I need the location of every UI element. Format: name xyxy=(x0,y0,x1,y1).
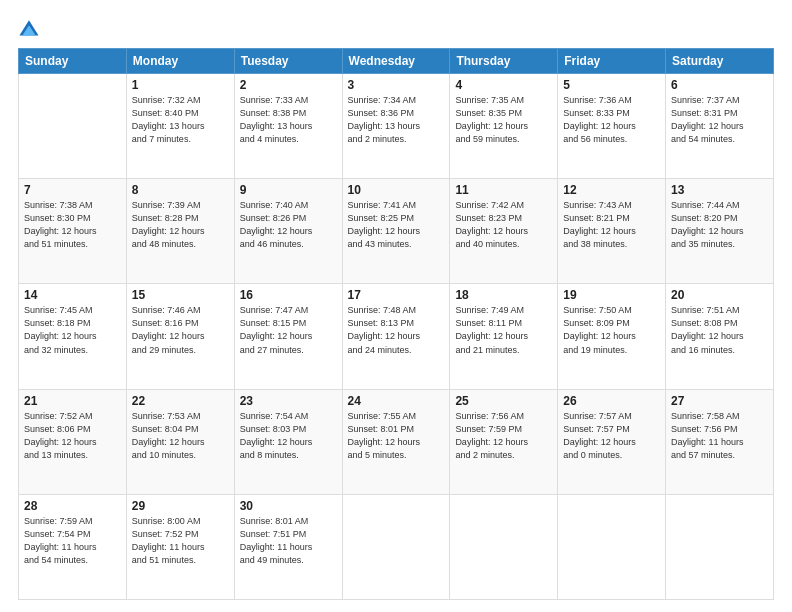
day-info: Sunrise: 7:42 AM Sunset: 8:23 PM Dayligh… xyxy=(455,199,552,251)
day-number: 13 xyxy=(671,183,768,197)
calendar-week-4: 28Sunrise: 7:59 AM Sunset: 7:54 PM Dayli… xyxy=(19,494,774,599)
day-info: Sunrise: 7:56 AM Sunset: 7:59 PM Dayligh… xyxy=(455,410,552,462)
day-number: 27 xyxy=(671,394,768,408)
day-number: 20 xyxy=(671,288,768,302)
logo-icon xyxy=(18,18,40,40)
day-number: 2 xyxy=(240,78,337,92)
day-number: 16 xyxy=(240,288,337,302)
day-number: 21 xyxy=(24,394,121,408)
calendar-cell: 2Sunrise: 7:33 AM Sunset: 8:38 PM Daylig… xyxy=(234,74,342,179)
day-number: 17 xyxy=(348,288,445,302)
calendar-cell xyxy=(666,494,774,599)
day-info: Sunrise: 7:58 AM Sunset: 7:56 PM Dayligh… xyxy=(671,410,768,462)
day-number: 15 xyxy=(132,288,229,302)
day-info: Sunrise: 8:01 AM Sunset: 7:51 PM Dayligh… xyxy=(240,515,337,567)
calendar-header-thursday: Thursday xyxy=(450,49,558,74)
day-info: Sunrise: 7:33 AM Sunset: 8:38 PM Dayligh… xyxy=(240,94,337,146)
calendar-cell: 9Sunrise: 7:40 AM Sunset: 8:26 PM Daylig… xyxy=(234,179,342,284)
day-info: Sunrise: 7:41 AM Sunset: 8:25 PM Dayligh… xyxy=(348,199,445,251)
calendar-cell: 27Sunrise: 7:58 AM Sunset: 7:56 PM Dayli… xyxy=(666,389,774,494)
calendar-header-monday: Monday xyxy=(126,49,234,74)
calendar-cell xyxy=(450,494,558,599)
calendar-cell: 23Sunrise: 7:54 AM Sunset: 8:03 PM Dayli… xyxy=(234,389,342,494)
day-number: 28 xyxy=(24,499,121,513)
day-number: 14 xyxy=(24,288,121,302)
day-info: Sunrise: 7:36 AM Sunset: 8:33 PM Dayligh… xyxy=(563,94,660,146)
day-number: 30 xyxy=(240,499,337,513)
calendar-cell: 22Sunrise: 7:53 AM Sunset: 8:04 PM Dayli… xyxy=(126,389,234,494)
calendar-week-2: 14Sunrise: 7:45 AM Sunset: 8:18 PM Dayli… xyxy=(19,284,774,389)
day-info: Sunrise: 7:57 AM Sunset: 7:57 PM Dayligh… xyxy=(563,410,660,462)
day-info: Sunrise: 7:59 AM Sunset: 7:54 PM Dayligh… xyxy=(24,515,121,567)
day-info: Sunrise: 7:48 AM Sunset: 8:13 PM Dayligh… xyxy=(348,304,445,356)
calendar-header-friday: Friday xyxy=(558,49,666,74)
calendar-header-saturday: Saturday xyxy=(666,49,774,74)
day-number: 11 xyxy=(455,183,552,197)
calendar-cell: 18Sunrise: 7:49 AM Sunset: 8:11 PM Dayli… xyxy=(450,284,558,389)
calendar-cell: 6Sunrise: 7:37 AM Sunset: 8:31 PM Daylig… xyxy=(666,74,774,179)
calendar-cell: 20Sunrise: 7:51 AM Sunset: 8:08 PM Dayli… xyxy=(666,284,774,389)
day-info: Sunrise: 7:40 AM Sunset: 8:26 PM Dayligh… xyxy=(240,199,337,251)
calendar-week-3: 21Sunrise: 7:52 AM Sunset: 8:06 PM Dayli… xyxy=(19,389,774,494)
day-number: 25 xyxy=(455,394,552,408)
day-info: Sunrise: 7:32 AM Sunset: 8:40 PM Dayligh… xyxy=(132,94,229,146)
day-number: 26 xyxy=(563,394,660,408)
calendar-header-sunday: Sunday xyxy=(19,49,127,74)
day-number: 29 xyxy=(132,499,229,513)
day-info: Sunrise: 7:34 AM Sunset: 8:36 PM Dayligh… xyxy=(348,94,445,146)
calendar-cell: 8Sunrise: 7:39 AM Sunset: 8:28 PM Daylig… xyxy=(126,179,234,284)
calendar-cell: 1Sunrise: 7:32 AM Sunset: 8:40 PM Daylig… xyxy=(126,74,234,179)
calendar-cell: 10Sunrise: 7:41 AM Sunset: 8:25 PM Dayli… xyxy=(342,179,450,284)
day-info: Sunrise: 7:52 AM Sunset: 8:06 PM Dayligh… xyxy=(24,410,121,462)
day-number: 22 xyxy=(132,394,229,408)
day-number: 1 xyxy=(132,78,229,92)
day-info: Sunrise: 7:55 AM Sunset: 8:01 PM Dayligh… xyxy=(348,410,445,462)
calendar-table: SundayMondayTuesdayWednesdayThursdayFrid… xyxy=(18,48,774,600)
day-number: 10 xyxy=(348,183,445,197)
calendar-cell: 14Sunrise: 7:45 AM Sunset: 8:18 PM Dayli… xyxy=(19,284,127,389)
calendar-cell: 16Sunrise: 7:47 AM Sunset: 8:15 PM Dayli… xyxy=(234,284,342,389)
calendar-cell: 3Sunrise: 7:34 AM Sunset: 8:36 PM Daylig… xyxy=(342,74,450,179)
day-info: Sunrise: 7:38 AM Sunset: 8:30 PM Dayligh… xyxy=(24,199,121,251)
header xyxy=(18,18,774,40)
calendar-cell: 13Sunrise: 7:44 AM Sunset: 8:20 PM Dayli… xyxy=(666,179,774,284)
page: SundayMondayTuesdayWednesdayThursdayFrid… xyxy=(0,0,792,612)
calendar-cell: 5Sunrise: 7:36 AM Sunset: 8:33 PM Daylig… xyxy=(558,74,666,179)
day-info: Sunrise: 7:51 AM Sunset: 8:08 PM Dayligh… xyxy=(671,304,768,356)
day-number: 19 xyxy=(563,288,660,302)
day-number: 23 xyxy=(240,394,337,408)
calendar-cell xyxy=(558,494,666,599)
calendar-cell: 19Sunrise: 7:50 AM Sunset: 8:09 PM Dayli… xyxy=(558,284,666,389)
day-number: 4 xyxy=(455,78,552,92)
calendar-cell: 26Sunrise: 7:57 AM Sunset: 7:57 PM Dayli… xyxy=(558,389,666,494)
day-info: Sunrise: 7:49 AM Sunset: 8:11 PM Dayligh… xyxy=(455,304,552,356)
day-number: 8 xyxy=(132,183,229,197)
day-info: Sunrise: 7:54 AM Sunset: 8:03 PM Dayligh… xyxy=(240,410,337,462)
calendar-week-1: 7Sunrise: 7:38 AM Sunset: 8:30 PM Daylig… xyxy=(19,179,774,284)
day-info: Sunrise: 7:47 AM Sunset: 8:15 PM Dayligh… xyxy=(240,304,337,356)
calendar-week-0: 1Sunrise: 7:32 AM Sunset: 8:40 PM Daylig… xyxy=(19,74,774,179)
day-info: Sunrise: 7:43 AM Sunset: 8:21 PM Dayligh… xyxy=(563,199,660,251)
day-number: 7 xyxy=(24,183,121,197)
day-info: Sunrise: 7:50 AM Sunset: 8:09 PM Dayligh… xyxy=(563,304,660,356)
day-number: 12 xyxy=(563,183,660,197)
day-info: Sunrise: 7:37 AM Sunset: 8:31 PM Dayligh… xyxy=(671,94,768,146)
calendar-header-wednesday: Wednesday xyxy=(342,49,450,74)
day-info: Sunrise: 7:45 AM Sunset: 8:18 PM Dayligh… xyxy=(24,304,121,356)
calendar-cell: 25Sunrise: 7:56 AM Sunset: 7:59 PM Dayli… xyxy=(450,389,558,494)
calendar-cell: 21Sunrise: 7:52 AM Sunset: 8:06 PM Dayli… xyxy=(19,389,127,494)
calendar-header-row: SundayMondayTuesdayWednesdayThursdayFrid… xyxy=(19,49,774,74)
day-info: Sunrise: 8:00 AM Sunset: 7:52 PM Dayligh… xyxy=(132,515,229,567)
calendar-cell: 28Sunrise: 7:59 AM Sunset: 7:54 PM Dayli… xyxy=(19,494,127,599)
calendar-cell: 29Sunrise: 8:00 AM Sunset: 7:52 PM Dayli… xyxy=(126,494,234,599)
calendar-header-tuesday: Tuesday xyxy=(234,49,342,74)
day-info: Sunrise: 7:46 AM Sunset: 8:16 PM Dayligh… xyxy=(132,304,229,356)
day-info: Sunrise: 7:39 AM Sunset: 8:28 PM Dayligh… xyxy=(132,199,229,251)
day-number: 5 xyxy=(563,78,660,92)
calendar-cell: 12Sunrise: 7:43 AM Sunset: 8:21 PM Dayli… xyxy=(558,179,666,284)
calendar-cell: 11Sunrise: 7:42 AM Sunset: 8:23 PM Dayli… xyxy=(450,179,558,284)
logo xyxy=(18,18,44,40)
day-number: 24 xyxy=(348,394,445,408)
day-number: 6 xyxy=(671,78,768,92)
day-number: 3 xyxy=(348,78,445,92)
